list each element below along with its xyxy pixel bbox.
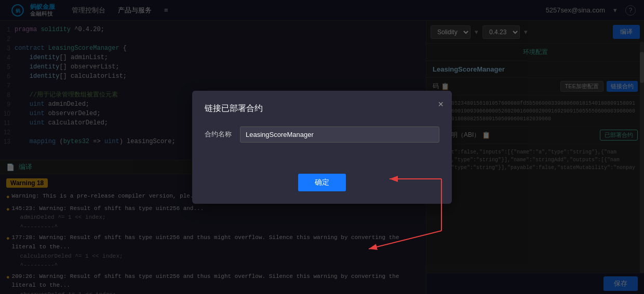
- form-label: 合约名称: [205, 130, 232, 139]
- modal-overlay[interactable]: 链接已部署合约 × 合约名称 确定: [0, 0, 644, 294]
- arrow-overlay: [192, 153, 452, 257]
- modal-dialog: 链接已部署合约 × 合约名称 确定: [192, 91, 452, 204]
- contract-name-input[interactable]: [240, 127, 439, 143]
- modal-footer: 确定: [205, 174, 439, 191]
- svg-line-5: [369, 231, 441, 249]
- modal-form: 合约名称: [205, 127, 439, 143]
- modal-close-button[interactable]: ×: [438, 99, 444, 110]
- modal-confirm-button[interactable]: 确定: [298, 174, 346, 191]
- modal-title: 链接已部署合约: [205, 103, 439, 114]
